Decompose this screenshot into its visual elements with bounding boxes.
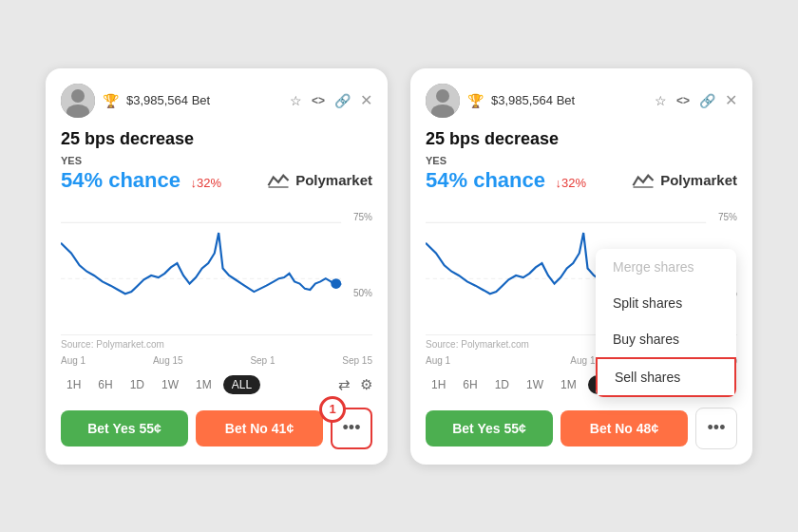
svg-point-7 xyxy=(436,89,449,103)
card-header-right: 🏆 $3,985,564 Bet ☆ <> 🔗 ✕ xyxy=(426,84,737,118)
bottom-row-right: Bet Yes 55¢ Bet No 48¢ ••• Merge shares … xyxy=(426,408,737,449)
chance-row-right: 54% chance ↓32% Polymarket xyxy=(426,168,737,193)
tf-1d-right[interactable]: 1D xyxy=(489,375,515,394)
polymarket-text-left: Polymarket xyxy=(295,172,372,188)
dropdown-split[interactable]: Split shares xyxy=(596,285,736,321)
source-left: Source: Polymarket.com xyxy=(61,339,372,350)
star-icon-right[interactable]: ☆ xyxy=(655,93,667,108)
chance-value-left: 54% chance xyxy=(61,168,180,192)
card-title-right: 25 bps decrease xyxy=(426,129,737,149)
date-aug15: Aug 15 xyxy=(153,355,183,366)
code-icon-right[interactable]: <> xyxy=(676,94,690,107)
avatar-right xyxy=(426,84,460,118)
card-header-left: 🏆 $3,985,564 Bet ☆ <> 🔗 ✕ xyxy=(61,84,372,118)
more-button-right[interactable]: ••• Merge shares Split shares Buy shares… xyxy=(695,408,737,449)
more-button-left[interactable]: ••• 1 xyxy=(331,408,372,449)
chart-label-50-left: 50% xyxy=(353,288,372,298)
bet-no-right[interactable]: Bet No 48¢ xyxy=(560,410,688,446)
dropdown-merge: Merge shares xyxy=(596,249,736,285)
date-aug1: Aug 1 xyxy=(61,355,86,366)
date-sep1: Sep 1 xyxy=(250,355,275,366)
link-icon-right[interactable]: 🔗 xyxy=(699,93,715,108)
avatar-left xyxy=(61,84,95,118)
date-aug1-right: Aug 1 xyxy=(426,355,450,366)
card-left: 🏆 $3,985,564 Bet ☆ <> 🔗 ✕ 25 bps decreas… xyxy=(46,68,388,465)
tf-1w-left[interactable]: 1W xyxy=(156,375,184,394)
more-dots-right: ••• xyxy=(708,418,726,438)
bet-no-left[interactable]: Bet No 41¢ xyxy=(196,410,323,446)
svg-point-1 xyxy=(71,89,85,103)
tf-1d-left[interactable]: 1D xyxy=(124,375,150,394)
change-right: ↓32% xyxy=(555,176,586,190)
code-icon[interactable]: <> xyxy=(312,94,325,107)
tf-6h-left[interactable]: 6H xyxy=(92,375,118,394)
tf-6h-right[interactable]: 6H xyxy=(457,375,483,394)
polymarket-text-right: Polymarket xyxy=(660,172,737,188)
chart-label-75-left: 75% xyxy=(353,212,372,222)
date-sep15: Sep 15 xyxy=(342,355,372,366)
svg-point-5 xyxy=(331,278,341,289)
more-dots-left: ••• xyxy=(343,418,361,438)
chance-right: 54% chance ↓32% xyxy=(426,168,586,193)
bet-amount-right: $3,985,564 Bet xyxy=(491,93,575,107)
chart-left: 75% 50% xyxy=(61,202,372,335)
bet-yes-left[interactable]: Bet Yes 55¢ xyxy=(61,410,188,446)
bet-yes-right[interactable]: Bet Yes 55¢ xyxy=(426,410,553,446)
yes-label-left: YES xyxy=(61,155,372,166)
card-title-left: 25 bps decrease xyxy=(61,129,372,149)
tf-1h-right[interactable]: 1H xyxy=(426,375,451,394)
chance-row-left: 54% chance ↓32% Polymarket xyxy=(61,168,372,193)
change-left: ↓32% xyxy=(190,176,221,190)
date-row-left: Aug 1 Aug 15 Sep 1 Sep 15 xyxy=(61,355,372,366)
yes-label-right: YES xyxy=(426,155,737,166)
link-icon[interactable]: 🔗 xyxy=(334,93,351,108)
close-icon-right[interactable]: ✕ xyxy=(725,91,737,109)
annotation-1: 1 xyxy=(319,396,346,423)
tf-icons-left: ⇄ ⚙ xyxy=(338,376,372,393)
chance-value-right: 54% chance xyxy=(426,168,545,192)
gear-icon-left[interactable]: ⚙ xyxy=(360,376,372,393)
card-right: 🏆 $3,985,564 Bet ☆ <> 🔗 ✕ 25 bps decreas… xyxy=(410,68,752,465)
time-filters-left: 1H 6H 1D 1W 1M ALL ⇄ ⚙ xyxy=(61,375,372,394)
bet-amount-left: $3,985,564 Bet xyxy=(126,93,210,107)
swap-icon-left[interactable]: ⇄ xyxy=(338,376,351,393)
bottom-row-left: Bet Yes 55¢ Bet No 41¢ ••• 1 xyxy=(61,408,372,449)
header-actions-left: ☆ <> 🔗 ✕ xyxy=(290,91,372,109)
star-icon[interactable]: ☆ xyxy=(290,93,302,108)
trophy-icon: 🏆 xyxy=(103,93,119,108)
polymarket-logo-right: Polymarket xyxy=(630,170,737,191)
polymarket-logo-left: Polymarket xyxy=(265,170,372,191)
tf-1m-right[interactable]: 1M xyxy=(555,375,582,394)
chart-label-75-right: 75% xyxy=(718,212,737,222)
dropdown-buy[interactable]: Buy shares xyxy=(596,321,736,357)
dropdown-menu: Merge shares Split shares Buy shares Sel… xyxy=(596,249,736,397)
trophy-icon-right: 🏆 xyxy=(467,93,484,108)
close-icon[interactable]: ✕ xyxy=(360,91,372,109)
tf-all-left[interactable]: ALL xyxy=(223,375,260,394)
tf-1m-left[interactable]: 1M xyxy=(190,375,218,394)
header-actions-right: ☆ <> 🔗 ✕ xyxy=(655,91,737,109)
dropdown-sell[interactable]: Sell shares xyxy=(596,357,736,397)
tf-1h-left[interactable]: 1H xyxy=(61,375,86,394)
tf-1w-right[interactable]: 1W xyxy=(521,375,549,394)
chance-left: 54% chance ↓32% xyxy=(61,168,221,193)
